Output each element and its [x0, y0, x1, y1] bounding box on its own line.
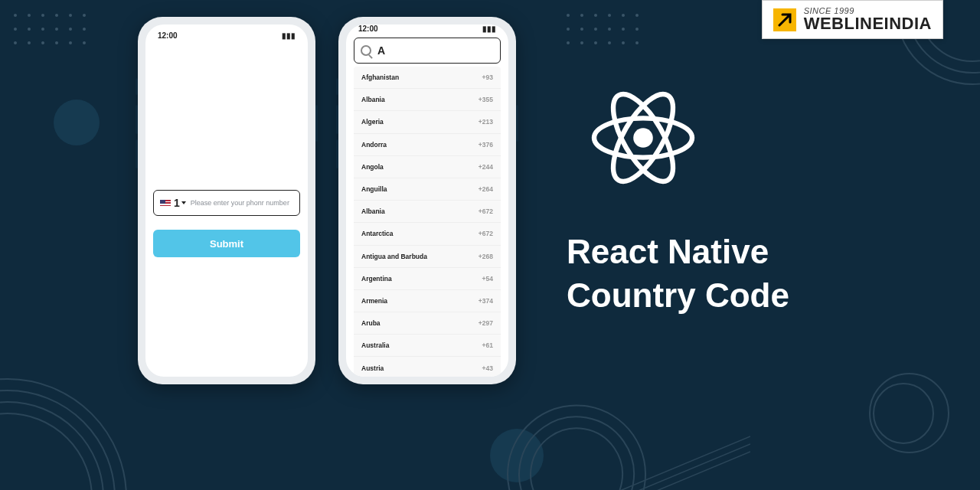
country-name: Angola: [361, 163, 384, 171]
svg-point-14: [633, 128, 653, 148]
country-code: +244: [479, 163, 493, 171]
decor-circle: [869, 373, 949, 453]
svg-line-11: [612, 444, 750, 490]
phone-mockups: 12:00 ▮▮▮ 1 Please enter your phonr numb…: [138, 17, 516, 384]
submit-button[interactable]: Submit: [153, 230, 300, 257]
country-code: +355: [479, 96, 493, 103]
country-code: +54: [482, 275, 493, 283]
country-code: +213: [479, 118, 493, 126]
country-code: +376: [479, 141, 493, 149]
country-list-item[interactable]: Antarctica+672: [354, 223, 501, 245]
search-icon: [361, 45, 371, 56]
decor-dots: [567, 14, 639, 44]
country-code: +43: [482, 364, 493, 372]
country-name: Afghanistan: [361, 74, 399, 81]
svg-point-3: [0, 413, 92, 490]
phone-right: 12:00 ▮▮▮ A Afghanistan+93Albania+355Alg…: [338, 17, 516, 384]
country-list-item[interactable]: Andorra+376: [354, 134, 501, 156]
brand-badge: SINCE 1999 WEBLINEINDIA: [762, 0, 943, 39]
country-list-item[interactable]: Aruba+297: [354, 312, 501, 335]
country-code: +93: [482, 74, 493, 81]
country-name: Australia: [361, 341, 389, 349]
search-value: A: [377, 44, 385, 57]
battery-icon: ▮▮▮: [282, 31, 296, 40]
hero-title-line1: React Native: [567, 230, 789, 273]
phone-number-placeholder: Please enter your phonr number: [191, 199, 293, 207]
country-code: +268: [479, 253, 493, 260]
country-name: Algeria: [361, 118, 384, 126]
country-code: +374: [479, 297, 493, 305]
svg-line-10: [612, 436, 750, 490]
hero-title: React Native Country Code: [567, 230, 789, 317]
search-input[interactable]: A: [354, 38, 501, 64]
country-list-item[interactable]: Angola+244: [354, 156, 501, 178]
submit-label: Submit: [210, 238, 243, 250]
country-list-item[interactable]: Austria+43: [354, 357, 501, 377]
country-code: +61: [482, 341, 493, 349]
hero-block: React Native Country Code: [567, 77, 789, 317]
country-list-item[interactable]: Armenia+374: [354, 290, 501, 312]
country-name: Andorra: [361, 141, 387, 149]
arrow-icon: [773, 8, 796, 31]
country-list-item[interactable]: Anguilla+264: [354, 178, 501, 201]
hero-title-line2: Country Code: [567, 273, 789, 317]
country-list-item[interactable]: Albania+355: [354, 89, 501, 111]
flag-us-icon: [160, 200, 171, 207]
country-name: Albania: [361, 207, 385, 215]
decor-dots: [14, 14, 86, 44]
status-bar: 12:00 ▮▮▮: [145, 24, 308, 46]
svg-line-12: [612, 452, 750, 490]
svg-point-4: [0, 402, 103, 490]
country-list-item[interactable]: Australia+61: [354, 335, 501, 357]
country-name: Albania: [361, 96, 385, 103]
country-name: Anguilla: [361, 185, 387, 193]
react-logo-icon: [582, 77, 704, 199]
country-code-value: 1: [174, 197, 180, 209]
country-name: Armenia: [361, 297, 387, 305]
country-name: Austria: [361, 364, 384, 372]
decor-circle: [54, 100, 100, 145]
country-name: Aruba: [361, 319, 381, 327]
status-bar: 12:00 ▮▮▮: [346, 24, 508, 33]
brand-name: WEBLINEINDIA: [804, 15, 932, 32]
country-list-item[interactable]: Afghanistan+93: [354, 67, 501, 89]
decor-arcs: [0, 352, 153, 490]
country-list-item[interactable]: Algeria+213: [354, 111, 501, 133]
decor-lines: [612, 429, 750, 490]
status-time: 12:00: [158, 31, 178, 40]
country-list[interactable]: Afghanistan+93Albania+355Algeria+213Ando…: [354, 67, 501, 377]
country-code: +672: [479, 207, 493, 215]
phone-input-row[interactable]: 1 Please enter your phonr number: [153, 190, 300, 216]
chevron-down-icon[interactable]: [181, 201, 186, 204]
battery-icon: ▮▮▮: [482, 24, 496, 33]
country-name: Antigua and Barbuda: [361, 253, 427, 260]
country-list-item[interactable]: Argentina+54: [354, 268, 501, 290]
country-name: Antarctica: [361, 230, 394, 237]
country-list-item[interactable]: Albania+672: [354, 201, 501, 223]
country-name: Argentina: [361, 275, 392, 283]
country-code: +264: [479, 185, 493, 193]
status-time: 12:00: [358, 24, 378, 33]
svg-point-5: [0, 390, 115, 490]
country-code: +297: [479, 319, 493, 327]
country-code: +672: [479, 230, 493, 237]
phone-left: 12:00 ▮▮▮ 1 Please enter your phonr numb…: [138, 17, 315, 384]
country-list-item[interactable]: Antigua and Barbuda+268: [354, 246, 501, 268]
